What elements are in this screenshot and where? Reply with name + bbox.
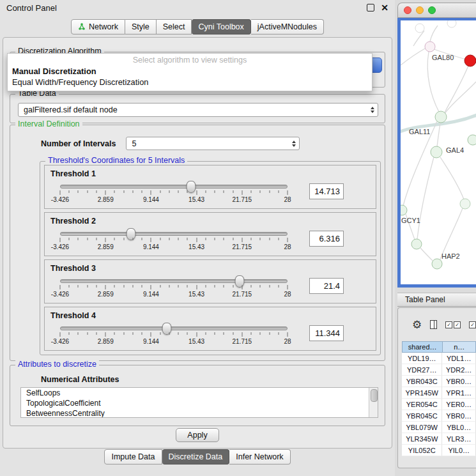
threshold-1-value-field[interactable]: 14.713 [309,183,344,199]
table-cell[interactable]: YER054C [402,399,442,410]
apply-button[interactable]: Apply [176,428,219,442]
slider-tick [87,285,88,288]
table-cell[interactable]: YPR145W [402,387,442,399]
network-canvas[interactable]: GAL80GAL11GAL4GCY1HAP2 [401,20,476,284]
slider-scale-label: 15.43 [188,291,204,298]
slider-tick [60,285,61,289]
slider-track[interactable] [60,232,288,236]
tab-cyni-toolbox[interactable]: Cyni Toolbox [192,19,250,35]
slider-tick [251,285,252,288]
table-panel-titlebar: Table Panel [397,293,476,307]
slider-tick [96,285,96,288]
tab-discretize-data[interactable]: Discretize Data [162,449,230,464]
slider-tick [224,190,224,193]
tab-select[interactable]: Select [157,19,192,35]
network-selection-frame: GAL80GAL11GAL4GCY1HAP2 [397,18,476,288]
table-cell[interactable]: YDR2… [442,364,476,376]
minimize-traffic-light-icon[interactable] [416,6,424,14]
threshold-3-value-field[interactable]: 21.4 [309,278,344,294]
threshold-2-slider[interactable]: -3.4262.8599.14415.4321.71528 [49,226,299,253]
network-node[interactable] [435,111,447,123]
scrollbar-thumb[interactable] [371,389,378,402]
table-cell[interactable]: YBR0… [442,376,476,387]
network-window-titlebar[interactable] [397,3,476,18]
slider-tick [142,238,142,240]
table-cell[interactable]: YIL0… [442,445,476,456]
table-cell[interactable]: YDL19… [402,353,442,364]
network-node[interactable] [401,205,407,215]
network-node[interactable] [425,42,435,52]
network-node[interactable] [431,146,442,158]
network-node-label: HAP2 [441,252,460,260]
slider-scale-labels: -3.4262.8599.14415.4321.71528 [60,338,288,346]
network-edge [440,208,463,259]
number-of-intervals-combo[interactable]: 5 [126,137,300,150]
table-cell[interactable]: YIL052C [402,445,442,456]
network-node[interactable] [464,55,476,66]
threshold-1-slider[interactable]: -3.4262.8599.14415.4321.71528 [49,179,299,206]
columns-icon[interactable] [430,320,437,329]
select-rows-icon[interactable]: ✓ [469,321,476,328]
table-data-combo[interactable]: galFiltered.sif default node [18,103,378,117]
slider-tick [69,238,70,240]
tab-impute-data[interactable]: Impute Data [104,449,162,464]
dropdown-prompt: Select algorithm to view settings [8,54,372,66]
table-cell[interactable]: YBR045C [402,410,442,422]
column-header-n[interactable]: n… [442,341,476,353]
dropdown-option-manual-discretization[interactable]: Manual Discretization [8,66,372,77]
slider-track[interactable] [60,185,288,188]
close-icon[interactable]: ✕ [381,3,388,12]
attributes-to-discretize-label: Attributes to discretize [15,360,99,369]
table-cell[interactable]: YPR1… [442,387,476,399]
threshold-4-value-field[interactable]: 11.344 [309,325,344,341]
gear-icon[interactable]: ⚙ [412,318,422,332]
slider-track[interactable] [60,279,288,283]
network-node[interactable] [447,20,456,27]
close-traffic-light-icon[interactable] [404,6,411,14]
tab-network[interactable]: Network [71,19,125,35]
threshold-2-value-field[interactable]: 6.316 [309,231,344,247]
list-item[interactable]: BetweennessCentrality [21,408,378,418]
list-item[interactable]: SelfLoops [21,388,378,398]
network-node[interactable] [460,199,470,209]
slider-tick [242,238,242,242]
network-node[interactable] [415,24,424,33]
slider-scale-label: 28 [284,291,291,298]
slider-track[interactable] [60,326,288,330]
table-cell[interactable]: YER0… [442,399,476,410]
vertical-scrollbar[interactable] [369,388,378,417]
table-cell[interactable]: YLR345W [402,433,442,445]
slider-tick [105,332,106,337]
slider-scale-label: 2.859 [98,196,114,203]
table-cell[interactable]: YBR0… [442,410,476,422]
tab-infer-network[interactable]: Infer Network [229,449,290,464]
network-node[interactable] [432,259,442,269]
slider-tick [169,190,169,193]
slider-tick [233,332,233,335]
network-node[interactable] [411,239,422,249]
float-window-icon[interactable] [367,4,374,12]
zoom-traffic-light-icon[interactable] [428,6,436,14]
column-header-shared[interactable]: shared… [402,341,442,353]
table-cell[interactable]: YBL079W [402,422,442,433]
table-cell[interactable]: YBR043C [402,376,442,387]
table-cell[interactable]: YLR3… [442,433,476,445]
stepper-icon[interactable] [371,107,374,113]
network-node[interactable] [468,135,476,145]
tab-jactivemnodules[interactable]: jActiveMNodules [251,19,324,35]
threshold-4-slider[interactable]: -3.4262.8599.14415.4321.71528 [49,321,299,348]
tab-style[interactable]: Style [125,19,157,35]
slider-tick [96,238,96,240]
slider-tick [78,332,79,335]
slider-tick [260,238,261,240]
slider-tick [205,332,206,335]
stepper-icon[interactable] [292,141,296,147]
select-columns-icon[interactable]: ✓ ✓ [445,321,461,328]
threshold-3-slider[interactable]: -3.4262.8599.14415.4321.71528 [49,273,299,300]
dropdown-option-equal-width-frequency[interactable]: Equal Width/Frequency Discretization [8,77,372,88]
table-cell[interactable]: YDL1… [442,353,476,364]
list-item[interactable]: TopologicalCoefficient [21,398,378,408]
table-cell[interactable]: YDR27… [402,364,442,376]
slider-tick [151,238,151,242]
table-cell[interactable]: YBL0… [442,422,476,433]
